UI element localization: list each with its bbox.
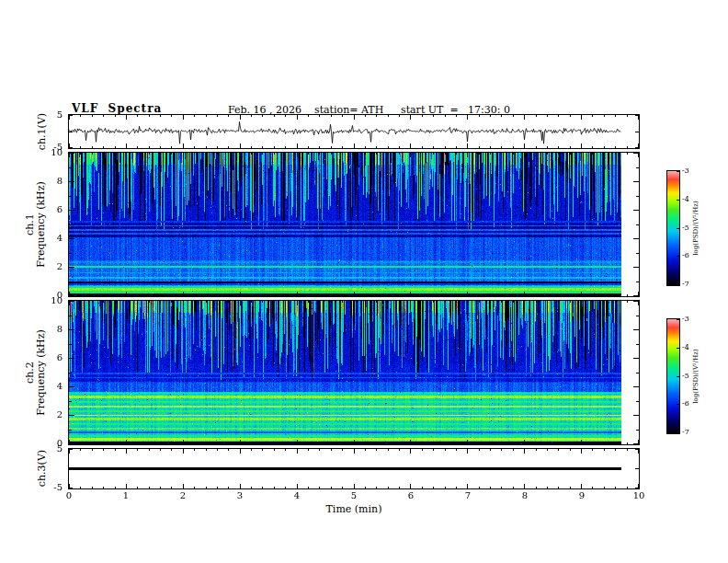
ch1-voltage-ylabel: ch.1(V) xyxy=(37,104,48,159)
tick-label: -3 xyxy=(682,167,697,175)
ch1-spectrogram-ylabel: ch.1 Frequency (kHz) xyxy=(25,153,47,296)
ch3-waveform-panel xyxy=(68,448,640,489)
ch1-spectrogram-panel xyxy=(68,152,640,297)
tick-label: 6 xyxy=(402,491,420,500)
colorbar-ch1-label: log(PSD)/(V²/Hz) xyxy=(692,189,700,268)
tick-label: -7 xyxy=(682,281,697,288)
tick-label: 0 xyxy=(60,491,78,500)
ch3-voltage-ylabel: ch.3(V) xyxy=(37,441,48,496)
tick-label: 1 xyxy=(117,491,135,500)
tick-label: 10 xyxy=(630,491,648,500)
tick-label: 4 xyxy=(288,491,306,500)
page-title: VLF Spectra xyxy=(72,102,162,115)
tick-label: -3 xyxy=(682,316,697,323)
x-axis-title: Time (min) xyxy=(308,503,400,515)
colorbar-ch2-label: log(PSD)/(V²/Hz) xyxy=(692,337,700,416)
colorbar-ch2 xyxy=(666,318,680,434)
tick-label: 9 xyxy=(573,491,591,500)
tick-label: 7 xyxy=(459,491,477,500)
tick-label: 3 xyxy=(231,491,249,500)
ch1-frequency-axis-label: Frequency (kHz) xyxy=(36,153,47,296)
tick-label: 8 xyxy=(516,491,534,500)
tick-label: -7 xyxy=(682,429,697,436)
tick-label: 2 xyxy=(174,491,192,500)
tick-label: 5 xyxy=(345,491,363,500)
ch2-spectrogram-ylabel: ch.2 Frequency (kHz) xyxy=(25,301,47,444)
colorbar-ch1 xyxy=(666,170,680,286)
ch1-waveform-panel xyxy=(68,114,640,149)
ch2-spectrogram-panel xyxy=(68,300,640,445)
vlf-spectra-figure: VLF Spectra Feb. 16 , 2026 station= ATH … xyxy=(0,0,728,563)
ch2-frequency-axis-label: Frequency (kHz) xyxy=(36,301,47,444)
